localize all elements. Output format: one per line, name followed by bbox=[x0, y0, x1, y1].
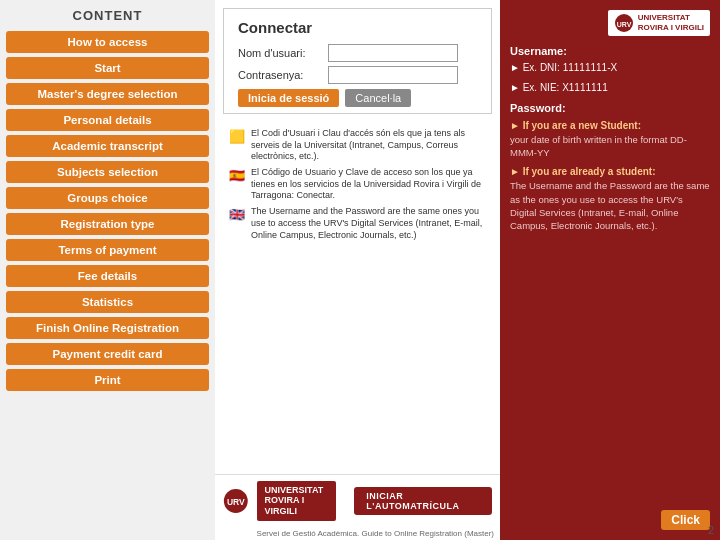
catalan-section: 🟨 El Codi d'Usuari i Clau d'accés són el… bbox=[229, 128, 486, 163]
english-text: The Username and the Password are the sa… bbox=[251, 206, 486, 241]
catalan-flag-icon: 🟨 bbox=[229, 128, 247, 146]
sidebar-item-academic-transcript[interactable]: Academic transcript bbox=[6, 135, 209, 157]
sidebar-item-masters-degree[interactable]: Master's degree selection bbox=[6, 83, 209, 105]
username-label: Nom d'usuari: bbox=[238, 47, 328, 59]
sidebar-item-start[interactable]: Start bbox=[6, 57, 209, 79]
sidebar-item-terms-of-payment[interactable]: Terms of payment bbox=[6, 239, 209, 261]
nie-example: ► Ex. NIE: X1111111 bbox=[510, 81, 710, 95]
sidebar-item-subjects-selection[interactable]: Subjects selection bbox=[6, 161, 209, 183]
password-row: Contrasenya: bbox=[238, 66, 477, 84]
right-panel: URV UNIVERSITATROVIRA I VIRGILI Username… bbox=[500, 0, 720, 540]
existing-student-text: The Username and the Password are the sa… bbox=[510, 179, 710, 232]
info-section: Username: ► Ex. DNI: 11111111-X ► Ex. NI… bbox=[510, 44, 710, 239]
sidebar-item-payment-credit-card[interactable]: Payment credit card bbox=[6, 343, 209, 365]
sidebar-item-finish-online-registration[interactable]: Finish Online Registration bbox=[6, 317, 209, 339]
password-label: Contrasenya: bbox=[238, 69, 328, 81]
spanish-section: 🇪🇸 El Código de Usuario y Clave de acces… bbox=[229, 167, 486, 202]
connectar-title: Connectar bbox=[238, 19, 477, 36]
sidebar-item-how-to-access[interactable]: How to access bbox=[6, 31, 209, 53]
footer-text: Servei de Gestió Acadèmica. Guide to Onl… bbox=[215, 527, 500, 540]
urv-logo-icon: URV bbox=[223, 486, 249, 516]
center-panel: Connectar Nom d'usuari: Contrasenya: Ini… bbox=[215, 0, 500, 540]
sidebar: CONTENT How to access Start Master's deg… bbox=[0, 0, 215, 540]
urv-bottom-logo: URV UNIVERSITATROVIRA I VIRGILI INICIAR … bbox=[223, 481, 492, 521]
urv-logo-top: URV UNIVERSITATROVIRA I VIRGILI bbox=[608, 10, 710, 36]
bottom-section: URV UNIVERSITATROVIRA I VIRGILI INICIAR … bbox=[215, 474, 500, 527]
right-logo: URV UNIVERSITATROVIRA I VIRGILI bbox=[510, 10, 710, 36]
existing-student-section: ► If you are already a student: The User… bbox=[510, 165, 710, 232]
english-section: 🇬🇧 The Username and the Password are the… bbox=[229, 206, 486, 241]
login-button[interactable]: Inicia de sessió bbox=[238, 89, 339, 107]
urv-top-text: UNIVERSITATROVIRA I VIRGILI bbox=[638, 13, 704, 32]
click-badge[interactable]: Click bbox=[661, 510, 710, 530]
catalan-text: El Codi d'Usuari i Clau d'accés són els … bbox=[251, 128, 486, 163]
new-student-text: your date of birth written in the format… bbox=[510, 133, 710, 160]
spanish-flag-icon: 🇪🇸 bbox=[229, 167, 247, 185]
sidebar-title: CONTENT bbox=[6, 8, 209, 23]
urv-top-icon: URV bbox=[614, 13, 634, 33]
existing-student-title: ► If you are already a student: bbox=[510, 165, 710, 179]
password-info-label: Password: bbox=[510, 101, 710, 116]
sidebar-item-registration-type[interactable]: Registration type bbox=[6, 213, 209, 235]
sidebar-item-print[interactable]: Print bbox=[6, 369, 209, 391]
sidebar-item-fee-details[interactable]: Fee details bbox=[6, 265, 209, 287]
sidebar-item-statistics[interactable]: Statistics bbox=[6, 291, 209, 313]
spanish-text: El Código de Usuario y Clave de acceso s… bbox=[251, 167, 486, 202]
svg-text:URV: URV bbox=[616, 21, 631, 28]
new-student-title: ► If you are a new Student: bbox=[510, 119, 710, 133]
username-info-label: Username: bbox=[510, 44, 710, 59]
main-content: Connectar Nom d'usuari: Contrasenya: Ini… bbox=[215, 0, 720, 540]
svg-text:URV: URV bbox=[227, 497, 245, 507]
sidebar-item-personal-details[interactable]: Personal details bbox=[6, 109, 209, 131]
new-student-section: ► If you are a new Student: your date of… bbox=[510, 119, 710, 160]
dni-example: ► Ex. DNI: 11111111-X bbox=[510, 61, 710, 75]
login-buttons: Inicia de sessió Cancel·la bbox=[238, 89, 477, 107]
connectar-section: Connectar Nom d'usuari: Contrasenya: Ini… bbox=[223, 8, 492, 114]
sidebar-item-groups-choice[interactable]: Groups choice bbox=[6, 187, 209, 209]
content-text-area: 🟨 El Codi d'Usuari i Clau d'accés són el… bbox=[223, 122, 492, 474]
username-input[interactable] bbox=[328, 44, 458, 62]
english-flag-icon: 🇬🇧 bbox=[229, 206, 247, 224]
username-row: Nom d'usuari: bbox=[238, 44, 477, 62]
iniciar-button[interactable]: INICIAR L'AUTOMATRÍCULA bbox=[354, 487, 492, 515]
password-input[interactable] bbox=[328, 66, 458, 84]
cancel-button[interactable]: Cancel·la bbox=[345, 89, 411, 107]
urv-logo-box: UNIVERSITATROVIRA I VIRGILI bbox=[257, 481, 337, 521]
page-number: 2 bbox=[708, 524, 714, 536]
urv-name: UNIVERSITATROVIRA I VIRGILI bbox=[265, 485, 329, 517]
